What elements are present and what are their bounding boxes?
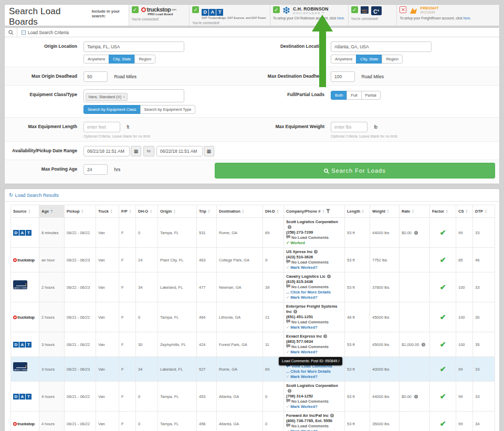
destination-location-input[interactable] bbox=[331, 41, 432, 52]
max-posting-age-input[interactable] bbox=[83, 164, 108, 175]
info-icon[interactable]: i bbox=[288, 389, 291, 393]
refresh-icon[interactable]: ↻ bbox=[9, 192, 13, 198]
destination-region-button[interactable]: Region bbox=[382, 55, 403, 64]
info-icon[interactable]: i bbox=[323, 334, 327, 338]
search-tab[interactable] bbox=[5, 28, 17, 37]
sort-icon[interactable]: ▲▼ bbox=[150, 209, 152, 214]
max-destination-deadhead-input[interactable] bbox=[331, 71, 355, 82]
load-result-row[interactable]: truckstopan hour06/22 - 06/23VanF24Plant… bbox=[11, 248, 495, 272]
sort-icon[interactable]: ▲▼ bbox=[242, 209, 244, 214]
mark-worked-link[interactable]: Mark Worked? bbox=[290, 350, 318, 354]
load-result-row[interactable]: DAT8 minutes06/22 - 06/22VanF0Tampa, FL5… bbox=[11, 218, 495, 248]
freightrover-checkbox[interactable]: ✕ bbox=[400, 6, 406, 13]
sort-icon[interactable]: ▲▼ bbox=[28, 209, 30, 214]
sort-icon[interactable]: ▲▼ bbox=[129, 209, 131, 214]
column-header-length[interactable]: Length▲▼ bbox=[345, 205, 370, 218]
sort-icon[interactable]: ▲▼ bbox=[465, 209, 467, 214]
load-result-row[interactable]: truckstop2 hours06/21 - 06/22VanF0Tampa,… bbox=[11, 302, 495, 332]
max-equipment-length-input[interactable] bbox=[83, 122, 120, 132]
chrobinson-checkbox[interactable]: ✓ bbox=[273, 6, 280, 13]
column-header-f-p[interactable]: F/P▲▼ bbox=[119, 205, 136, 218]
mark-worked-link[interactable]: Mark Worked? bbox=[290, 265, 318, 270]
chrobinson-logo: C.H. ROBINSON bbox=[293, 6, 329, 12]
info-icon[interactable]: i bbox=[293, 310, 297, 313]
chrobinson-setup-link[interactable]: here bbox=[337, 16, 344, 20]
criteria-tabbar: − Load Search Criteria bbox=[5, 28, 499, 37]
fp-both-button[interactable]: Both bbox=[331, 91, 347, 100]
freightrover-setup-link[interactable]: here bbox=[463, 16, 470, 20]
column-header-pickup[interactable]: Pickup▲▼ bbox=[65, 205, 96, 218]
column-header-truck[interactable]: Truck▲▼ bbox=[96, 205, 119, 218]
sort-icon[interactable]: ▲▼ bbox=[277, 209, 279, 214]
max-origin-deadhead-input[interactable] bbox=[83, 71, 108, 82]
truckstop-checkbox[interactable]: ✓ bbox=[132, 6, 139, 13]
equipment-tag-input[interactable]: Vans, Standard (V)× bbox=[83, 89, 184, 102]
sort-icon[interactable]: ▲▼ bbox=[485, 209, 487, 214]
column-header-weight[interactable]: Weight▲▼ bbox=[370, 205, 400, 218]
column-header-dh-o[interactable]: DH-O▲▼ bbox=[136, 205, 158, 218]
load-result-row[interactable]: DAT4 hours06/21 - 06/22VanF0Tampa, FL453… bbox=[11, 382, 495, 412]
column-header-age[interactable]: Age▲▼ bbox=[39, 205, 65, 218]
info-icon[interactable]: i bbox=[422, 343, 425, 346]
sort-icon[interactable]: ▲▼ bbox=[50, 209, 52, 214]
dat-checkbox[interactable]: ✓ bbox=[192, 6, 199, 13]
sort-icon[interactable]: ▲▼ bbox=[81, 209, 83, 214]
mark-worked-link[interactable]: Mark Worked? bbox=[290, 295, 318, 300]
cargochief-checkbox[interactable]: ✓ bbox=[351, 6, 358, 13]
column-header-factor[interactable]: Factor▲▼ bbox=[430, 205, 456, 218]
origin-location-input[interactable] bbox=[83, 41, 184, 52]
column-header-origin[interactable]: Origin▲▼ bbox=[158, 205, 197, 218]
more-details-link[interactable]: ... Click for More Details bbox=[286, 290, 331, 295]
sort-icon[interactable]: ▲▼ bbox=[173, 209, 175, 214]
sort-icon[interactable]: ▲▼ bbox=[446, 209, 448, 214]
destination-city-state-button[interactable]: City, State bbox=[356, 55, 382, 64]
sort-icon[interactable]: ▲▼ bbox=[110, 209, 112, 214]
destination-anywhere-button[interactable]: Anywhere bbox=[331, 55, 356, 64]
date-to-calendar-button[interactable]: ▦ bbox=[204, 146, 214, 156]
load-result-row[interactable]: CARGO CHIEF2 hours06/22 - 06/23VanF34Lak… bbox=[11, 272, 495, 302]
load-result-row[interactable]: DAT3 hours06/21 - 06/22VanF30Zephyrhills… bbox=[11, 332, 495, 357]
column-header-dtp[interactable]: DTP▲▼ bbox=[473, 205, 495, 218]
load-result-row[interactable]: truckstop4 hours06/21 - 06/22VanF0Tampa,… bbox=[11, 412, 495, 431]
mark-worked-link[interactable]: Mark Worked? bbox=[290, 429, 318, 431]
info-icon[interactable]: i bbox=[414, 395, 418, 398]
fp-partial-button[interactable]: Partial bbox=[361, 91, 381, 100]
max-equipment-weight-input[interactable] bbox=[331, 122, 368, 132]
info-icon[interactable]: i bbox=[314, 250, 318, 254]
mark-worked-link[interactable]: Mark Worked? bbox=[290, 404, 318, 409]
search-for-loads-button[interactable]: Search For Loads bbox=[215, 163, 495, 178]
date-from-input[interactable] bbox=[83, 146, 130, 156]
info-icon[interactable]: i bbox=[327, 275, 331, 278]
filter-icon[interactable] bbox=[326, 209, 330, 213]
date-from-calendar-button[interactable]: ▦ bbox=[131, 146, 141, 156]
mark-worked-link[interactable]: Mark Worked? bbox=[290, 325, 318, 330]
column-header-source[interactable]: Source▲▼ bbox=[11, 205, 39, 218]
info-icon[interactable]: i bbox=[330, 414, 334, 417]
origin-city-state-button[interactable]: City, State bbox=[109, 55, 135, 64]
column-header-rate[interactable]: Rate▲▼ bbox=[400, 205, 430, 218]
column-header-cs[interactable]: CS▲▼ bbox=[456, 205, 473, 218]
collapse-icon[interactable]: − bbox=[22, 30, 26, 35]
sort-icon[interactable]: ▲▼ bbox=[362, 209, 364, 214]
sort-icon[interactable]: ▲▼ bbox=[387, 209, 389, 214]
column-header-dh-d[interactable]: DH-D▲▼ bbox=[263, 205, 284, 218]
origin-anywhere-button[interactable]: Anywhere bbox=[83, 55, 109, 64]
sort-icon[interactable]: ▲▼ bbox=[322, 209, 324, 214]
info-icon[interactable]: i bbox=[414, 231, 418, 235]
sort-icon[interactable]: ▲▼ bbox=[412, 209, 414, 214]
search-by-equipment-type-button[interactable]: Search by Equipment Type bbox=[140, 105, 196, 114]
sort-icon[interactable]: ▲▼ bbox=[208, 209, 210, 214]
column-header-destination[interactable]: Destination▲▼ bbox=[217, 205, 263, 218]
info-icon[interactable]: i bbox=[288, 225, 291, 229]
fp-full-button[interactable]: Full bbox=[346, 91, 361, 100]
remove-tag-icon[interactable]: × bbox=[123, 95, 125, 99]
date-to-input[interactable] bbox=[156, 146, 203, 156]
column-header-company-phone-[interactable]: Company/Phone #▲▼ bbox=[284, 205, 345, 218]
tab-load-search-criteria[interactable]: − Load Search Criteria bbox=[17, 28, 73, 37]
more-details-link[interactable]: ... Click for More Details bbox=[286, 369, 331, 374]
origin-region-button[interactable]: Region bbox=[134, 55, 155, 64]
mark-worked-link[interactable]: Mark Worked? bbox=[290, 374, 318, 379]
load-result-row[interactable]: CARGO CHIEF3 hours06/22 - 06/23VanF34Lak… bbox=[11, 357, 495, 382]
search-by-equipment-class-button[interactable]: Search by Equipment Class bbox=[83, 105, 141, 114]
column-header-trip[interactable]: Trip▲▼ bbox=[197, 205, 217, 218]
